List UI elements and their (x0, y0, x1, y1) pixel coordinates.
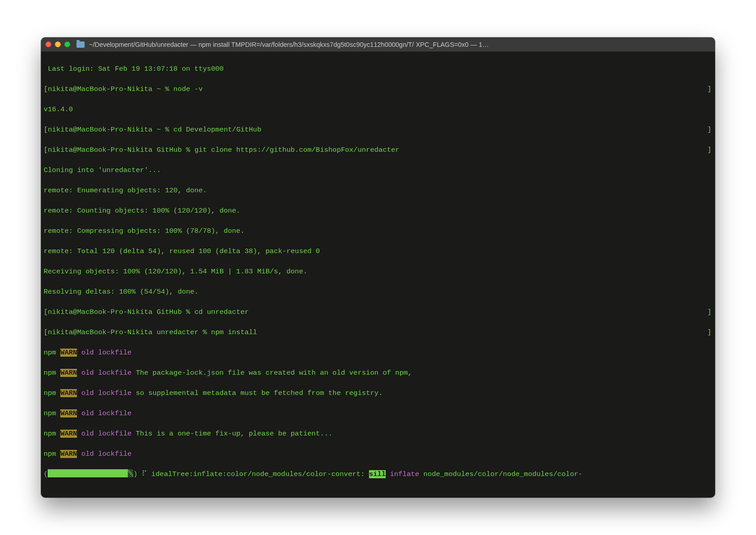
zoom-icon[interactable] (64, 41, 70, 47)
npm-warn-line: npm WARN old lockfile (44, 449, 712, 459)
output-line: remote: Counting objects: 100% (120/120)… (44, 206, 712, 216)
warn-badge: WARN (60, 409, 77, 417)
npm-warn-line: npm WARN old lockfile so supplemental me… (44, 388, 712, 399)
warn-badge: WARN (60, 389, 77, 397)
output-line: Cloning into 'unredacter'... (44, 165, 712, 176)
progress-task: idealTree:inflate:color/node_modules/col… (151, 470, 369, 478)
prompt: nikita@MacBook-Pro-Nikita GitHub % (48, 308, 194, 316)
bracket-icon: [ (44, 85, 48, 93)
npm-warn-line: npm WARN old lockfile The package-lock.j… (44, 368, 712, 378)
bracket-icon: [ (44, 126, 48, 134)
npm-label: npm (44, 349, 60, 357)
inflate-path: node_modules/color/node_modules/color- (423, 470, 582, 478)
command: cd Development/GitHub (173, 126, 261, 134)
warn-badge: WARN (60, 349, 77, 357)
output-line: Receiving objects: 100% (120/120), 1.54 … (44, 267, 712, 277)
warn-key: old lockfile (77, 349, 131, 357)
output-line: remote: Total 120 (delta 54), reused 100… (44, 246, 712, 257)
inflate-word: inflate (386, 470, 423, 478)
warn-key: old lockfile (77, 409, 131, 417)
npm-warn-line: npm WARN old lockfile (44, 408, 712, 419)
bracket-icon: ] (707, 307, 711, 317)
prompt-line: [nikita@MacBook-Pro-Nikita GitHub % cd u… (44, 307, 712, 317)
warn-badge: WARN (60, 450, 77, 458)
titlebar[interactable]: ~/Development/GitHub/unredacter — npm in… (41, 37, 715, 52)
prompt-line: [nikita@MacBook-Pro-Nikita unredacter % … (44, 327, 712, 338)
npm-warn-line: npm WARN old lockfile (44, 348, 712, 358)
close-icon[interactable] (45, 41, 51, 47)
traffic-lights (45, 41, 70, 47)
progress-shade (128, 469, 133, 477)
warn-msg: so supplemental metadata must be fetched… (131, 389, 382, 397)
warn-key: old lockfile (77, 430, 131, 438)
last-login: Last login: Sat Feb 19 13:07:18 on ttys0… (44, 64, 712, 74)
bracket-icon: ] (707, 84, 711, 95)
prompt: nikita@MacBook-Pro-Nikita unredacter % (48, 328, 211, 336)
command: npm install (211, 328, 257, 336)
npm-warn-line: npm WARN old lockfile This is a one-time… (44, 429, 712, 439)
npm-label: npm (44, 450, 60, 458)
warn-msg: This is a one-time fix-up, please be pat… (131, 430, 332, 438)
prompt: nikita@MacBook-Pro-Nikita ~ % (48, 126, 173, 134)
prog-close: ) (133, 470, 137, 478)
bracket-icon: ] (707, 145, 711, 155)
prompt-line: [nikita@MacBook-Pro-Nikita ~ % node -v] (44, 84, 712, 95)
sill-badge: sill (369, 470, 386, 478)
progress-fill (48, 469, 128, 477)
bracket-icon: [ (44, 146, 48, 154)
command: node -v (173, 85, 202, 93)
minimize-icon[interactable] (55, 41, 61, 47)
npm-label: npm (44, 409, 60, 417)
command: cd unredacter (194, 308, 249, 316)
window-title: ~/Development/GitHub/unredacter — npm in… (88, 41, 711, 48)
prompt-line: [nikita@MacBook-Pro-Nikita GitHub % git … (44, 145, 712, 155)
warn-badge: WARN (60, 369, 77, 377)
terminal-window: ~/Development/GitHub/unredacter — npm in… (41, 37, 715, 498)
command: git clone https://github.com/BishopFox/u… (194, 146, 400, 154)
warn-key: old lockfile (77, 389, 131, 397)
prompt: nikita@MacBook-Pro-Nikita ~ % (48, 85, 173, 93)
output-line: remote: Compressing objects: 100% (78/78… (44, 226, 712, 236)
warn-key: old lockfile (77, 369, 131, 377)
output-line: v16.4.0 (44, 104, 712, 115)
npm-label: npm (44, 430, 60, 438)
folder-icon (76, 41, 85, 48)
bracket-icon: ] (707, 125, 711, 135)
npm-label: npm (44, 389, 60, 397)
progress-line: () ⠏ idealTree:inflate:color/node_module… (44, 469, 712, 480)
bracket-icon: [ (44, 328, 48, 336)
output-line: Resolving deltas: 100% (54/54), done. (44, 287, 712, 297)
spinner-icon: ⠏ (138, 470, 152, 478)
warn-badge: WARN (60, 430, 77, 438)
output-line: remote: Enumerating objects: 120, done. (44, 186, 712, 196)
npm-label: npm (44, 369, 60, 377)
prompt-line: [nikita@MacBook-Pro-Nikita ~ % cd Develo… (44, 125, 712, 135)
warn-key: old lockfile (77, 450, 131, 458)
prompt: nikita@MacBook-Pro-Nikita GitHub % (48, 146, 194, 154)
warn-msg: The package-lock.json file was created w… (131, 369, 412, 377)
terminal-body[interactable]: Last login: Sat Feb 19 13:07:18 on ttys0… (41, 52, 715, 498)
bracket-icon: [ (44, 308, 48, 316)
bracket-icon: ] (707, 327, 711, 338)
prog-open: ( (44, 470, 48, 478)
